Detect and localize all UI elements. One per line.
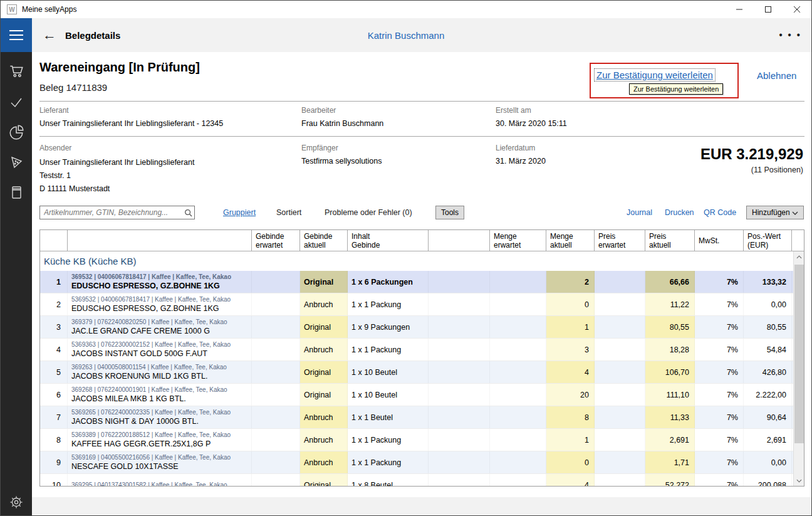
search-input[interactable]	[40, 208, 182, 217]
cell: 1 x 1 Packung	[348, 451, 429, 473]
cell: 1 x 1 Packung	[348, 429, 429, 451]
cell	[595, 451, 645, 473]
editable-cell[interactable]: 52,272	[645, 474, 695, 486]
close-button[interactable]	[783, 1, 811, 18]
editable-cell[interactable]: 1,71	[645, 451, 695, 473]
table-row[interactable]: 25369532 | 04006067818417 | Kaffee | Kaf…	[40, 293, 793, 316]
table-row[interactable]: 45369363 | 07622300002152 | Kaffee | Kaf…	[40, 339, 793, 361]
editable-cell[interactable]: Anbruch	[300, 339, 348, 361]
editable-cell[interactable]: Anbruch	[300, 429, 348, 451]
maximize-button[interactable]	[754, 1, 783, 18]
cell	[429, 293, 490, 315]
scroll-up-icon[interactable]	[794, 251, 804, 262]
editable-cell[interactable]: 66,66	[645, 271, 695, 293]
article-name: JACOBS NIGHT & DAY 1000G BTL.	[71, 416, 199, 426]
vertical-scrollbar[interactable]	[793, 251, 804, 486]
editable-cell[interactable]: Original	[300, 316, 348, 338]
table-row[interactable]: 85369389 | 07622200188512 | Kaffee | Kaf…	[40, 429, 793, 451]
pie-chart-icon[interactable]	[1, 122, 32, 142]
editable-cell[interactable]: Anbruch	[300, 406, 348, 428]
group-header[interactable]: Küche KB (Küche KB)	[40, 251, 793, 271]
article-meta: 369532 | 04006067818417 | Kaffee | Kaffe…	[71, 273, 231, 281]
article-description: 5369265 | 07622400002335 | Kaffee | Kaff…	[68, 406, 252, 428]
column-header: Gebinde erwartet	[252, 230, 300, 251]
editable-cell[interactable]: 4	[546, 474, 595, 486]
editable-cell[interactable]: 4	[546, 361, 595, 383]
cell	[595, 339, 645, 361]
scrollbar-thumb[interactable]	[794, 265, 804, 443]
editable-cell[interactable]: Original	[300, 384, 348, 406]
column-header	[68, 230, 252, 251]
gruppiert-tab[interactable]: Gruppiert	[223, 208, 256, 217]
cell: 7%	[695, 361, 744, 383]
user-link[interactable]: Katrin Buschmann	[1, 18, 811, 52]
editable-cell[interactable]: Original	[300, 271, 348, 293]
cell	[252, 429, 300, 451]
cell: 7%	[695, 339, 744, 361]
cell	[490, 271, 546, 293]
editable-cell[interactable]: 11,33	[645, 406, 695, 428]
scroll-down-icon[interactable]	[794, 475, 804, 486]
editable-cell[interactable]: 18,28	[645, 339, 695, 361]
editable-cell[interactable]: 1	[546, 429, 595, 451]
editable-cell[interactable]: 0	[546, 293, 595, 315]
reject-button[interactable]: Ablehnen	[757, 70, 796, 81]
table-row[interactable]: 10369295 | 04013743001582 | Kaffee | Kaf…	[40, 474, 793, 486]
cell: 7%	[695, 429, 744, 451]
cell: 7%	[695, 451, 744, 473]
journal-link[interactable]: Journal	[627, 208, 652, 217]
probleme-tab[interactable]: Probleme oder Fehler (0)	[325, 208, 412, 217]
lieferdatum-value: 31. März 2020	[496, 157, 546, 166]
document-number: Beleg 14711839	[39, 82, 107, 93]
book-icon[interactable]	[1, 182, 32, 203]
editable-cell[interactable]: Original	[300, 361, 348, 383]
table-row[interactable]: 1369532 | 04006067818417 | Kaffee | Kaff…	[40, 271, 793, 293]
editable-cell[interactable]: 8	[546, 406, 595, 428]
forward-for-confirmation-button[interactable]: Zur Bestätigung weiterleiten	[594, 68, 716, 82]
editable-cell[interactable]: 20	[546, 384, 595, 406]
table-row[interactable]: 6369268 | 07622400001901 | Kaffee | Kaff…	[40, 384, 793, 406]
editable-cell[interactable]: 3	[546, 339, 595, 361]
editable-cell[interactable]: 0	[546, 451, 595, 473]
search-icon[interactable]	[182, 209, 194, 217]
editable-cell[interactable]: 11,22	[645, 293, 695, 315]
editable-cell[interactable]: Original	[300, 474, 348, 486]
editable-cell[interactable]: Anbruch	[300, 293, 348, 315]
editable-cell[interactable]: 111,10	[645, 384, 695, 406]
article-meta: 369263 | 04000508001154 | Kaffee | Kaffe…	[71, 363, 227, 371]
table-header-row: Gebinde erwartetGebinde aktuellInhalt Ge…	[40, 230, 804, 251]
minimize-button[interactable]	[725, 1, 754, 18]
editable-cell[interactable]: 2,691	[645, 429, 695, 451]
divider	[39, 136, 804, 137]
editable-cell[interactable]: 1	[546, 316, 595, 338]
window-title: Meine sellyApps	[22, 5, 76, 14]
settings-gear-icon[interactable]	[8, 493, 25, 511]
editable-cell[interactable]: Anbruch	[300, 451, 348, 473]
cell: 7%	[695, 271, 744, 293]
article-name: JACOBS KROENUNG MILD 1KG BTL.	[71, 371, 207, 381]
editable-cell[interactable]: 2	[546, 271, 595, 293]
editable-cell[interactable]: 80,55	[645, 316, 695, 338]
table-row[interactable]: 3369379 | 07622400820250 | Kaffee | Kaff…	[40, 316, 793, 339]
absender-value: Unser Trainingslieferant Ihr Lieblingsli…	[39, 156, 194, 196]
article-meta: 5369389 | 07622200188512 | Kaffee | Kaff…	[71, 431, 231, 439]
tools-button[interactable]: Tools	[435, 206, 464, 219]
qr-code-link[interactable]: QR Code	[704, 208, 736, 217]
row-number: 10	[40, 474, 68, 486]
more-icon[interactable]: • • •	[779, 18, 801, 52]
article-meta: 369268 | 07622400001901 | Kaffee | Kaffe…	[71, 386, 227, 394]
table-row[interactable]: 75369265 | 07622400002335 | Kaffee | Kaf…	[40, 406, 793, 429]
editable-cell[interactable]: 106,70	[645, 361, 695, 383]
pizza-slice-icon[interactable]	[1, 152, 32, 172]
cell	[429, 474, 490, 486]
table-row[interactable]: 95369169 | 04005500216056 | Kaffee | Kaf…	[40, 451, 793, 474]
column-header: Pos.-Wert (EUR)	[744, 230, 792, 251]
drucken-link[interactable]: Drucken	[665, 208, 694, 217]
article-description: 369263 | 04000508001154 | Kaffee | Kaffe…	[68, 361, 252, 383]
check-icon[interactable]	[1, 92, 32, 112]
row-number: 6	[40, 384, 68, 406]
hinzufuegen-button[interactable]: Hinzufügen	[746, 206, 804, 219]
cart-icon[interactable]	[1, 61, 32, 81]
table-row[interactable]: 5369263 | 04000508001154 | Kaffee | Kaff…	[40, 361, 793, 384]
sortiert-tab[interactable]: Sortiert	[276, 208, 301, 217]
